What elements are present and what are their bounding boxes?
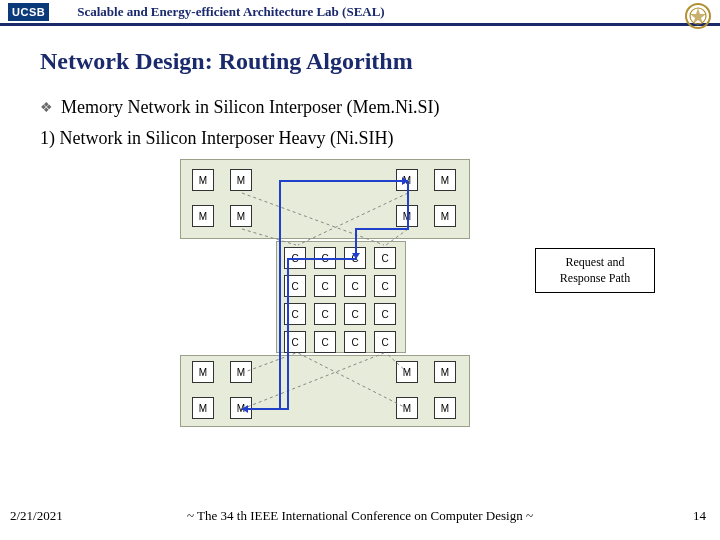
footer-page: 14 [693, 508, 706, 524]
top-memory-panel [180, 159, 470, 239]
node-c: C [374, 303, 396, 325]
node-c: C [344, 275, 366, 297]
node-c: C [284, 303, 306, 325]
ucsb-logo: UCSB [8, 3, 49, 21]
node-c: C [344, 303, 366, 325]
node-c: C [374, 331, 396, 353]
network-diagram: M M M M M M M M C C C C C C C C C C C C … [180, 159, 470, 429]
node-c: C [284, 331, 306, 353]
legend-box: Request and Response Path [535, 248, 655, 293]
node-c: C [314, 247, 336, 269]
bullet-text: Memory Network in Silicon Interposer (Me… [61, 97, 439, 118]
node-m: M [230, 361, 252, 383]
bullet-line: ❖ Memory Network in Silicon Interposer (… [40, 97, 720, 118]
subline-text: 1) Network in Silicon Interposer Heavy (… [40, 128, 720, 149]
legend-line2: Response Path [540, 271, 650, 287]
node-m: M [192, 169, 214, 191]
node-c: C [284, 275, 306, 297]
node-m: M [192, 397, 214, 419]
node-c: C [344, 331, 366, 353]
node-c: C [374, 275, 396, 297]
diamond-bullet-icon: ❖ [40, 99, 53, 116]
node-c: C [284, 247, 306, 269]
node-m: M [396, 169, 418, 191]
bottom-memory-panel [180, 355, 470, 427]
node-m: M [434, 361, 456, 383]
node-c: C [314, 331, 336, 353]
node-c: C [344, 247, 366, 269]
node-m: M [230, 205, 252, 227]
lab-name: Scalable and Energy-efficient Architectu… [77, 4, 385, 20]
footer-center: ~ The 34 th IEEE International Conferenc… [0, 508, 720, 524]
node-m: M [396, 205, 418, 227]
legend-line1: Request and [540, 255, 650, 271]
node-m: M [434, 205, 456, 227]
node-m: M [192, 205, 214, 227]
slide-header: UCSB Scalable and Energy-efficient Archi… [0, 0, 720, 26]
page-title: Network Design: Routing Algorithm [40, 48, 720, 75]
node-m: M [434, 397, 456, 419]
node-m: M [230, 169, 252, 191]
node-c: C [374, 247, 396, 269]
node-m: M [396, 361, 418, 383]
node-c: C [314, 303, 336, 325]
node-c: C [314, 275, 336, 297]
node-m: M [230, 397, 252, 419]
node-m: M [434, 169, 456, 191]
node-m: M [396, 397, 418, 419]
seal-badge-icon [684, 2, 712, 30]
node-m: M [192, 361, 214, 383]
